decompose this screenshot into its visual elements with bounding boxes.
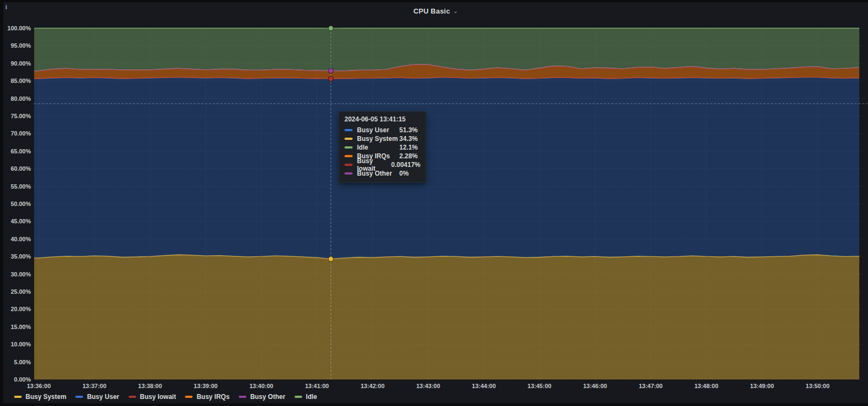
x-axis-label: 13:49:00	[741, 383, 784, 389]
legend-item[interactable]: Busy Other	[239, 393, 285, 401]
y-axis-label: 95.00%	[1, 42, 31, 49]
tooltip-series-label: Busy Other	[357, 170, 399, 177]
tooltip-series-value: 0.00417%	[391, 161, 420, 169]
x-axis-label: 13:46:00	[573, 383, 617, 389]
tooltip-series-label: Busy System	[357, 135, 399, 143]
y-axis-label: 90.00%	[1, 60, 31, 67]
y-axis-label: 65.00%	[1, 148, 31, 154]
legend-item[interactable]: Busy System	[14, 393, 66, 401]
x-axis-label: 13:45:00	[518, 383, 561, 389]
y-axis-label: 45.00%	[1, 218, 31, 224]
y-axis-label: 30.00%	[1, 271, 31, 278]
tooltip-series-value: 2.28%	[399, 152, 418, 160]
series-swatch	[344, 146, 353, 149]
y-axis-label: 0.00%	[1, 376, 31, 383]
x-axis-label: 13:50:00	[796, 383, 839, 389]
y-axis-label: 50.00%	[1, 201, 31, 207]
tooltip-series-label: Idle	[357, 144, 399, 151]
legend-swatch	[185, 396, 193, 398]
tooltip-row: Busy User 51.3%	[344, 126, 420, 134]
y-axis-label: 10.00%	[1, 341, 31, 347]
x-axis-label: 13:39:00	[184, 383, 227, 389]
tooltip-row: Busy Iowait 0.00417%	[344, 160, 420, 169]
x-axis-label: 13:43:00	[406, 383, 450, 389]
y-axis-label: 60.00%	[1, 165, 31, 172]
legend-item[interactable]: Idle	[295, 393, 317, 401]
tooltip-series-value: 12.1%	[399, 144, 418, 151]
y-axis-label: 15.00%	[1, 324, 31, 330]
y-axis-label: 70.00%	[1, 130, 31, 137]
x-axis-label: 13:44:00	[462, 383, 506, 389]
tooltip-row: Busy Other 0%	[344, 169, 420, 178]
tooltip-series-value: 51.3%	[399, 126, 418, 134]
tooltip-series-value: 34.3%	[399, 135, 418, 143]
tooltip-series-value: 0%	[399, 170, 409, 177]
legend-swatch	[75, 396, 83, 398]
tooltip-timestamp: 2024-06-05 13:41:15	[344, 115, 420, 123]
tooltip: 2024-06-05 13:41:15 Busy User 51.3% Busy…	[339, 111, 426, 183]
legend-item[interactable]: Busy User	[75, 393, 119, 401]
y-axis-label: 40.00%	[1, 236, 31, 242]
x-axis-label: 13:42:00	[351, 383, 394, 389]
legend-item-label[interactable]: Busy IRQs	[196, 393, 229, 401]
series-swatch	[344, 129, 353, 131]
legend-item[interactable]: Busy Iowait	[129, 393, 176, 401]
series-swatch	[344, 138, 353, 140]
chart-canvas[interactable]	[0, 0, 868, 406]
tooltip-row: Idle 12.1%	[344, 143, 420, 152]
y-axis-label: 100.00%	[1, 25, 31, 31]
x-axis-label: 13:40:00	[240, 383, 283, 389]
y-axis-label: 25.00%	[1, 288, 31, 295]
legend-item-label[interactable]: Busy User	[87, 393, 119, 401]
y-axis-label: 5.00%	[1, 359, 31, 365]
y-axis-label: 20.00%	[1, 306, 31, 312]
y-axis-label: 80.00%	[1, 95, 31, 102]
x-axis-label: 13:37:00	[73, 383, 116, 389]
legend-item-label[interactable]: Busy Iowait	[140, 393, 176, 401]
legend-item-label[interactable]: Idle	[306, 393, 317, 401]
x-axis-label: 13:48:00	[685, 383, 728, 389]
grafana-panel-stage: CPU Basic ⌄ i 100.00%95.00%90.00%85.00%8…	[0, 0, 868, 406]
legend: Busy SystemBusy UserBusy IowaitBusy IRQs…	[14, 392, 317, 401]
x-axis-label: 13:47:00	[629, 383, 672, 389]
y-axis-label: 85.00%	[1, 78, 31, 84]
y-axis-label: 75.00%	[1, 113, 31, 119]
series-swatch	[344, 155, 353, 157]
tooltip-series-label: Busy User	[357, 126, 399, 134]
x-axis-label: 13:38:00	[129, 383, 172, 389]
series-swatch	[344, 164, 353, 166]
tooltip-row: Busy System 34.3%	[344, 134, 420, 143]
legend-item[interactable]: Busy IRQs	[185, 393, 229, 401]
legend-item-label[interactable]: Busy System	[25, 393, 66, 401]
legend-swatch	[14, 396, 22, 398]
series-swatch	[344, 172, 353, 175]
y-axis-label: 55.00%	[1, 183, 31, 190]
legend-swatch	[239, 396, 246, 398]
legend-swatch	[129, 396, 136, 398]
y-axis-label: 35.00%	[1, 253, 31, 260]
legend-item-label[interactable]: Busy Other	[250, 393, 285, 401]
legend-swatch	[295, 396, 302, 398]
x-axis-label: 13:41:00	[295, 383, 339, 389]
x-axis-label: 13:36:00	[17, 383, 61, 389]
